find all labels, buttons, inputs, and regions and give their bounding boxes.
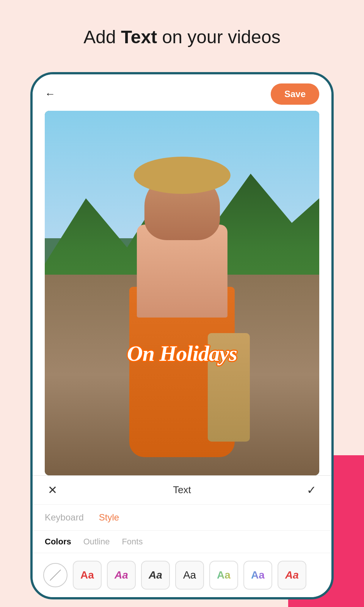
text-toolbar: ✕ Text ✓ <box>33 476 331 505</box>
font-sample-1[interactable]: Aa <box>73 561 102 590</box>
subtab-fonts[interactable]: Fonts <box>122 537 143 547</box>
tab-style[interactable]: Style <box>99 511 119 524</box>
font-sample-4[interactable]: Aa <box>175 561 204 590</box>
save-button[interactable]: Save <box>271 83 319 105</box>
style-subtabs: Colors Outline Fonts <box>33 531 331 553</box>
phone-header: ← Save <box>33 74 331 111</box>
video-preview: On Holidays <box>45 111 319 475</box>
toolbar-title: Text <box>173 484 191 496</box>
confirm-button[interactable]: ✓ <box>307 483 316 497</box>
person-hat <box>134 157 231 194</box>
font-sample-2[interactable]: Aa <box>107 561 136 590</box>
font-sample-3[interactable]: Aa <box>141 561 170 590</box>
mode-tabs: Keyboard Style <box>33 505 331 531</box>
none-line <box>50 569 61 581</box>
close-button[interactable]: ✕ <box>48 483 57 497</box>
font-sample-7[interactable]: Aa <box>278 561 306 590</box>
font-samples-row: Aa Aa Aa Aa Aa Aa Aa <box>33 553 331 597</box>
bottom-panel: ✕ Text ✓ Keyboard Style Colors Outline F… <box>33 475 331 597</box>
back-button[interactable]: ← <box>45 89 55 99</box>
no-style-option[interactable] <box>43 563 67 587</box>
tab-keyboard[interactable]: Keyboard <box>45 511 84 524</box>
person-body <box>107 147 257 457</box>
overlay-text[interactable]: On Holidays <box>45 341 319 366</box>
font-sample-6[interactable]: Aa <box>243 561 272 590</box>
font-sample-5[interactable]: Aa <box>209 561 238 590</box>
subtab-colors[interactable]: Colors <box>45 537 71 547</box>
page-title: Add Text on your videos <box>0 27 364 47</box>
phone-mockup: ← Save On Holidays ✕ Text ✓ <box>30 72 334 599</box>
person-figure <box>107 147 257 457</box>
subtab-outline[interactable]: Outline <box>83 537 110 547</box>
